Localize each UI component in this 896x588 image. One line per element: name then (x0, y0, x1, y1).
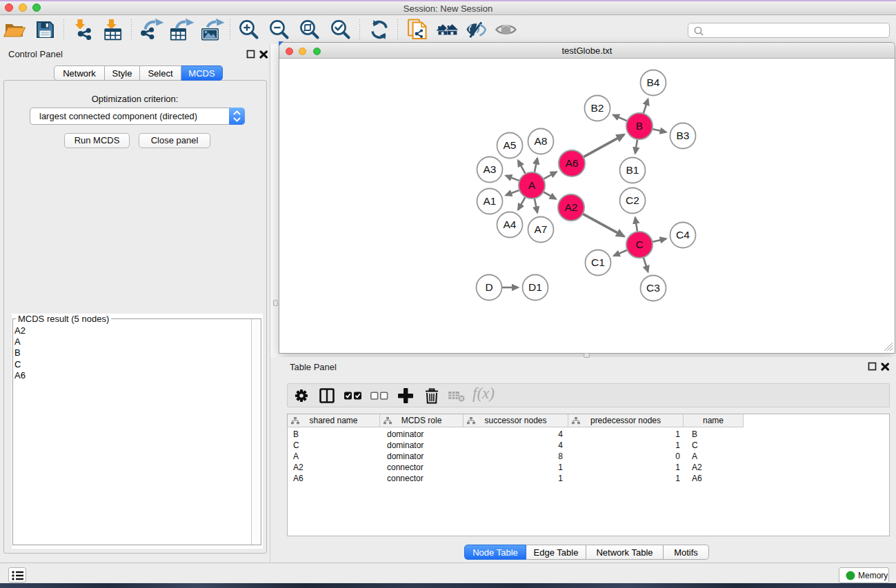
svg-text:B1: B1 (626, 164, 639, 176)
svg-text:C4: C4 (676, 229, 690, 241)
svg-text:D: D (485, 281, 492, 293)
svg-text:A5: A5 (504, 139, 517, 151)
svg-text:B: B (636, 120, 643, 132)
svg-text:D1: D1 (528, 281, 542, 293)
svg-text:A1: A1 (484, 195, 497, 207)
svg-text:A6: A6 (566, 157, 579, 169)
svg-text:B3: B3 (677, 130, 690, 141)
svg-text:B2: B2 (591, 102, 604, 114)
svg-text:A8: A8 (535, 135, 548, 147)
svg-text:C1: C1 (591, 256, 605, 268)
svg-text:C: C (635, 239, 643, 250)
svg-text:A4: A4 (504, 219, 517, 230)
svg-text:C2: C2 (626, 194, 639, 206)
svg-text:A7: A7 (535, 223, 548, 235)
svg-text:C3: C3 (646, 282, 660, 294)
svg-text:A3: A3 (484, 163, 497, 175)
svg-text:A2: A2 (565, 201, 578, 213)
svg-text:B4: B4 (647, 77, 660, 88)
svg-text:A: A (528, 179, 536, 191)
